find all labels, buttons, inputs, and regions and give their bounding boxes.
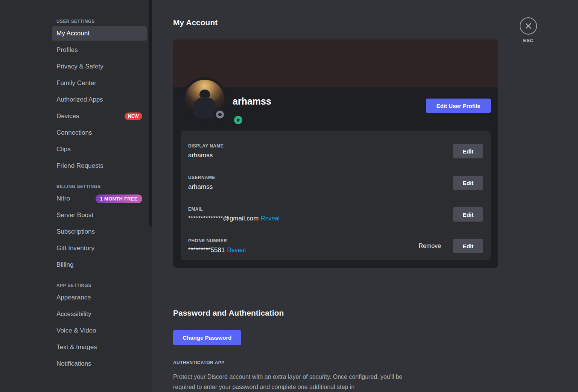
sidebar-item-privacy-safety[interactable]: Privacy & Safety [52,59,147,74]
edit-display-name-button[interactable]: Edit [453,144,483,158]
email-value: **************@gmail.comReveal [188,215,280,222]
sidebar-item-my-account[interactable]: My Account [52,26,147,41]
sidebar-item-text-images[interactable]: Text & Images [52,340,147,354]
settings-sidebar: USER SETTINGS My Account Profiles Privac… [0,0,152,392]
remove-phone-link[interactable]: Remove [418,243,441,249]
account-card: arhamss # Edit User Profile DISPLAY NAME… [173,40,498,268]
settings-nav: USER SETTINGS My Account Profiles Privac… [52,15,147,373]
phone-number-label: PHONE NUMBER [188,238,246,243]
nav-heading-user-settings: USER SETTINGS [52,17,147,26]
username-value: arhamss [188,183,215,191]
email-label: EMAIL [188,207,280,212]
sidebar-item-notifications[interactable]: Notifications [52,357,147,371]
sidebar-scrollbar[interactable] [149,0,152,226]
sidebar-item-clips[interactable]: Clips [52,142,147,156]
sidebar-item-family-center[interactable]: Family Center [52,76,147,90]
section-divider [173,288,498,288]
sidebar-item-connections[interactable]: Connections [52,126,147,140]
esc-label: ESC [519,38,538,43]
authenticator-app-label: AUTHENTICATOR APP [173,360,225,365]
sidebar-item-voice-video[interactable]: Voice & Video [52,324,147,338]
sidebar-item-server-boost[interactable]: Server Boost [52,208,147,222]
nav-divider [56,276,142,276]
avatar[interactable] [183,77,227,122]
sidebar-item-devices[interactable]: Devices NEW [52,109,147,123]
profile-banner [173,40,498,87]
sidebar-item-friend-requests[interactable]: Friend Requests [52,159,147,173]
sidebar-item-accessibility[interactable]: Accessibility [52,307,147,321]
sidebar-item-profiles[interactable]: Profiles [52,43,147,57]
sidebar-item-nitro[interactable]: Nitro 1 MONTH FREE [52,191,147,206]
password-authentication-heading: Password and Authentication [173,308,284,318]
close-button[interactable] [520,17,537,35]
email-row: EMAIL **************@gmail.comReveal Edi… [188,203,483,226]
new-badge: NEW [125,112,142,120]
display-name-label: DISPLAY NAME [188,143,224,149]
change-password-button[interactable]: Change Password [173,330,241,345]
nitro-promo-badge: 1 MONTH FREE [96,194,142,203]
sidebar-item-subscriptions[interactable]: Subscriptions [52,225,147,239]
username-row: USERNAME arhamss Edit [188,171,483,194]
sidebar-item-billing[interactable]: Billing [52,258,147,272]
nav-heading-billing-settings: BILLING SETTINGS [52,182,147,191]
edit-phone-button[interactable]: Edit [453,239,483,253]
page-title: My Account [173,18,218,27]
reveal-phone-link[interactable]: Reveal [227,247,246,253]
display-name-row: DISPLAY NAME arhamss Edit [188,140,483,163]
account-fields-panel: DISPLAY NAME arhamss Edit USERNAME arham… [181,131,491,260]
username-label: USERNAME [188,175,215,180]
status-indicator [213,108,226,121]
phone-number-value: *********5581Reveal [188,246,246,254]
hash-badge-icon[interactable]: # [234,116,242,124]
edit-user-profile-button[interactable]: Edit User Profile [426,99,491,113]
status-offline-icon [216,111,224,119]
reveal-email-link[interactable]: Reveal [261,215,280,222]
authenticator-app-description: Protect your Discord account with an ext… [173,372,406,392]
close-settings: ESC [519,17,538,43]
edit-username-button[interactable]: Edit [453,176,483,190]
settings-main: My Account ESC arhamss # Edit User Profi… [152,0,578,392]
sidebar-item-authorized-apps[interactable]: Authorized Apps [52,93,147,107]
nav-heading-app-settings: APP SETTINGS [52,281,147,290]
sidebar-item-appearance[interactable]: Appearance [52,290,147,305]
profile-username: arhamss [233,96,271,107]
display-name-value: arhamss [188,152,224,159]
nav-divider [56,177,142,177]
phone-number-row: PHONE NUMBER *********5581Reveal Remove … [188,234,483,258]
edit-email-button[interactable]: Edit [453,207,483,222]
close-icon [525,23,532,29]
sidebar-item-gift-inventory[interactable]: Gift Inventory [52,241,147,255]
